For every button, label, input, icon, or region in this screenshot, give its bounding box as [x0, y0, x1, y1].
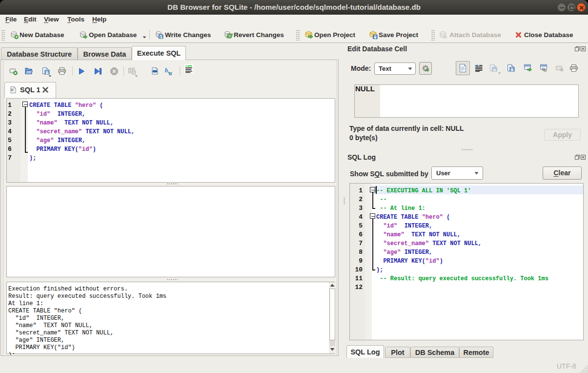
svg-text:b: b: [165, 67, 168, 74]
